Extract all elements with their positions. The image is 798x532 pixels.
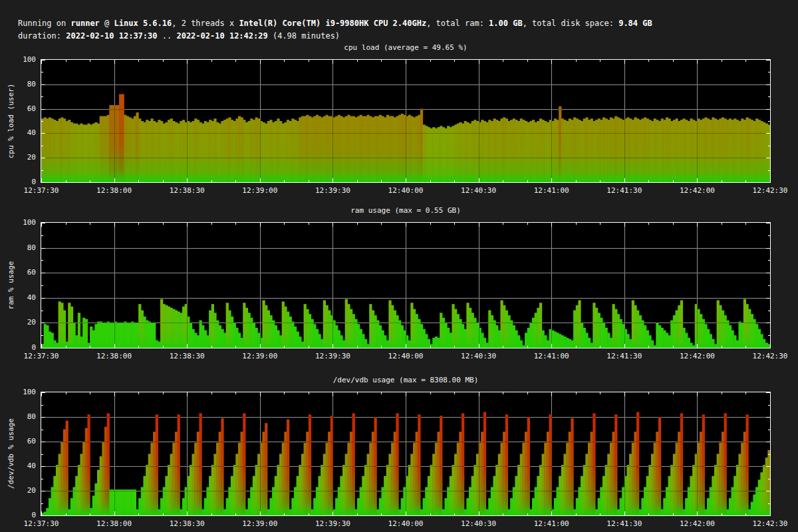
y-tick-label: 80 <box>7 243 36 252</box>
disk-usage-plot <box>41 392 771 516</box>
header-text: Running on <box>18 19 70 28</box>
x-tick-label: 12:40:00 <box>388 352 424 360</box>
x-tick-label: 12:42:00 <box>680 186 715 195</box>
x-tick-label: 12:39:30 <box>315 519 350 528</box>
x-tick-label: 12:38:00 <box>96 186 132 195</box>
y-tick-label: 60 <box>7 104 36 113</box>
x-tick-label: 12:38:30 <box>170 352 205 360</box>
x-tick-label: 12:38:30 <box>170 519 205 528</box>
y-tick-label: 100 <box>7 388 36 396</box>
header-value: 2022-02-10 12:37:30 <box>66 31 157 41</box>
x-tick-label: 12:37:30 <box>24 186 59 195</box>
header-text: @ <box>100 19 114 28</box>
x-tick-label: 12:42:00 <box>680 352 715 360</box>
header-value: 2022-02-10 12:42:29 <box>176 31 267 41</box>
x-tick-label: 12:40:30 <box>461 352 496 360</box>
x-tick-label: 12:38:00 <box>96 352 132 360</box>
x-tick-label: 12:38:30 <box>170 186 205 195</box>
x-tick-label: 12:38:00 <box>96 519 132 528</box>
x-tick-label: 12:41:00 <box>534 352 569 360</box>
x-tick-label: 12:40:00 <box>388 519 424 528</box>
cpu-load-plot <box>41 59 771 183</box>
x-tick-label: 12:41:30 <box>606 519 642 528</box>
ram-usage-plot <box>41 222 771 348</box>
header-text: , total disk space: <box>523 19 619 28</box>
header-value: 9.84 GB <box>618 19 652 28</box>
resource-monitor-screen: Running on runner @ Linux 5.6.16, 2 thre… <box>0 0 798 532</box>
y-tick-label: 40 <box>7 128 36 137</box>
x-tick-label: 12:41:00 <box>534 519 569 528</box>
x-tick-label: 12:39:30 <box>315 352 350 360</box>
header-value: Intel(R) Core(TM) i9-9980HK CPU 2.40GHz <box>239 19 426 28</box>
chart-title: ram usage (max = 0.55 GB) <box>206 206 605 215</box>
header-text: duration: <box>18 31 66 41</box>
duration-line: duration: 2022-02-10 12:37:30 .. 2022-02… <box>18 31 340 41</box>
chart-title: cpu load (average = 49.65 %) <box>206 43 605 52</box>
x-tick-label: 12:42:30 <box>753 186 788 195</box>
header-text: , total ram: <box>426 19 489 28</box>
chart-title: /dev/vdb usage (max = 8308.00 MB) <box>206 376 605 384</box>
y-tick-label: 20 <box>7 153 36 162</box>
x-tick-label: 12:39:00 <box>242 519 277 528</box>
y-tick-label: 40 <box>7 293 36 302</box>
x-tick-label: 12:37:30 <box>24 352 59 360</box>
y-tick-label: 0 <box>7 343 36 352</box>
x-tick-label: 12:40:00 <box>388 186 424 195</box>
y-tick-label: 20 <box>7 486 36 495</box>
header-value: runner <box>70 19 99 28</box>
x-tick-label: 12:40:30 <box>461 519 496 528</box>
x-tick-label: 12:41:00 <box>534 186 569 195</box>
system-info-line: Running on runner @ Linux 5.6.16, 2 thre… <box>18 19 652 29</box>
x-tick-label: 12:41:30 <box>606 186 642 195</box>
header-value: 1.00 GB <box>489 19 523 28</box>
header-text: (4.98 minutes) <box>268 31 340 41</box>
y-tick-label: 100 <box>7 55 36 64</box>
y-tick-label: 100 <box>7 218 36 227</box>
header-text: .. <box>158 31 177 41</box>
y-tick-label: 60 <box>7 268 36 277</box>
x-tick-label: 12:37:30 <box>24 519 59 528</box>
x-tick-label: 12:39:00 <box>242 186 277 195</box>
x-tick-label: 12:41:30 <box>606 352 642 360</box>
header-text: , 2 threads x <box>172 19 239 28</box>
y-tick-label: 20 <box>7 318 36 327</box>
y-axis-label: /dev/vdb % usage <box>7 418 15 489</box>
x-tick-label: 12:39:00 <box>242 352 277 360</box>
y-tick-label: 40 <box>7 462 36 470</box>
y-axis-label: cpu % load (user) <box>7 84 15 159</box>
x-tick-label: 12:39:30 <box>315 186 350 195</box>
header-value: Linux 5.6.16 <box>114 19 172 28</box>
x-tick-label: 12:42:00 <box>680 519 715 528</box>
x-tick-label: 12:42:30 <box>753 519 788 528</box>
y-tick-label: 0 <box>7 511 36 519</box>
y-tick-label: 60 <box>7 437 36 446</box>
y-tick-label: 80 <box>7 80 36 88</box>
x-tick-label: 12:40:30 <box>461 186 496 195</box>
y-tick-label: 80 <box>7 412 36 421</box>
y-tick-label: 0 <box>7 178 36 186</box>
x-tick-label: 12:42:30 <box>753 352 788 360</box>
